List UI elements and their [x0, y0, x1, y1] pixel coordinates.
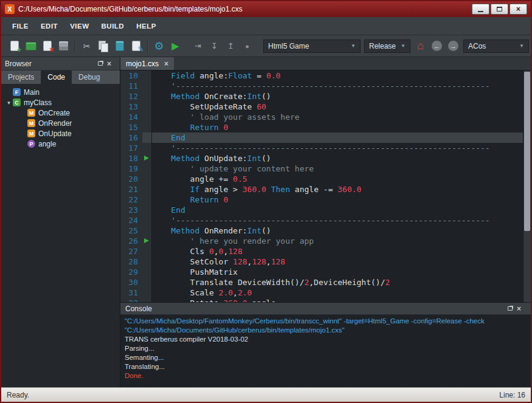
tree-item-onupdate[interactable]: MOnUpdate [1, 128, 120, 139]
find-in-files-button[interactable] [128, 38, 144, 54]
float-console-icon[interactable] [508, 306, 513, 311]
step-over-button[interactable]: ⇥ [190, 38, 206, 54]
editor-scrollbar[interactable] [523, 71, 531, 302]
scrollbar-thumb[interactable] [524, 72, 530, 231]
step-out-button[interactable]: ↥ [223, 38, 239, 54]
code-text: End [152, 133, 523, 143]
browser-tab-debug[interactable]: Debug [72, 71, 106, 84]
tree-item-main[interactable]: FMain [1, 87, 120, 97]
code-line-30[interactable]: 30 Translate DeviceWidth()/2,DeviceHeigh… [120, 277, 523, 288]
code-segment: ' update your content here [152, 164, 314, 173]
code-line-24[interactable]: 24 '------------------------------------… [120, 215, 523, 226]
code-line-27[interactable]: 27 Cls 0,0,128 [120, 246, 523, 257]
build-settings-button[interactable]: ⚙ [151, 38, 167, 54]
menu-help[interactable]: HELP [130, 19, 162, 33]
code-line-21[interactable]: 21 If angle > 360.0 Then angle -= 360.0 [120, 184, 523, 195]
window-title: C:/Users/Micha/Documents/GitHub/cerberus… [18, 5, 468, 13]
code-line-29[interactable]: 29 PushMatrix [120, 267, 523, 277]
code-text: ' load your assets here [152, 112, 523, 122]
tree-item-oncreate[interactable]: MOnCreate [1, 108, 120, 118]
code-segment: Method [171, 226, 199, 235]
editor[interactable]: 10 Field angle:Float = 0.011 '----------… [120, 71, 531, 302]
code-segment: Field [171, 71, 195, 80]
code-line-23[interactable]: 23 End [120, 205, 523, 215]
code-text: Scale 2.0,2.0 [152, 288, 523, 298]
close-button[interactable]: × [510, 4, 527, 15]
copy-button[interactable] [95, 38, 111, 54]
step-in-button[interactable]: ↧ [206, 38, 223, 54]
chevron-down-icon[interactable]: ▾ [5, 100, 13, 106]
m-badge-icon: M [27, 129, 35, 137]
menu-file[interactable]: FILE [6, 19, 35, 33]
close-file-button[interactable] [39, 38, 55, 54]
new-file-button[interactable] [6, 38, 22, 54]
home-button[interactable]: ⌂ [412, 38, 429, 54]
code-line-25[interactable]: 25 Method OnRender:Int() [120, 226, 523, 236]
code-line-14[interactable]: 14 ' load your assets here [120, 112, 523, 122]
menu-build[interactable]: BUILD [95, 19, 131, 33]
console-output: "C:/Users/Micha/Desktop/FantomMonkey/Cer… [120, 315, 531, 387]
code-line-12[interactable]: 12 Method OnCreate:Int() [120, 91, 523, 102]
code-text: Cls 0,0,128 [152, 246, 523, 257]
browser-tab-projects[interactable]: Projects [1, 71, 41, 84]
close-console-icon[interactable]: × [517, 305, 521, 312]
menu-edit[interactable]: EDIT [35, 19, 64, 33]
tree-item-onrender[interactable]: MOnRender [1, 118, 120, 128]
maximize-button[interactable] [491, 4, 508, 15]
gutter-marker-cell [142, 184, 152, 195]
gutter-marker-cell [142, 71, 152, 81]
page-pencil-icon [132, 41, 140, 51]
tree-item-label: Main [24, 88, 40, 97]
open-file-button[interactable] [22, 38, 39, 54]
browser-tab-code[interactable]: Code [41, 71, 72, 84]
code-text: Field angle:Float = 0.0 [152, 71, 523, 81]
code-line-10[interactable]: 10 Field angle:Float = 0.0 [120, 71, 523, 81]
code-line-17[interactable]: 17 '------------------------------------… [120, 143, 523, 153]
code-segment: () [261, 154, 271, 163]
code-line-31[interactable]: 31 Scale 2.0,2.0 [120, 288, 523, 298]
code-text: SetColor 128,128,128 [152, 257, 523, 267]
code-line-15[interactable]: 15 Return 0 [120, 122, 523, 133]
config-select[interactable]: Release▼ [364, 40, 410, 53]
code-line-19[interactable]: 19 ' update your content here [120, 164, 523, 174]
code-line-22[interactable]: 22 Return 0 [120, 195, 523, 205]
code-text: Method OnUpdate:Int() [152, 153, 523, 164]
float-panel-icon[interactable] [98, 61, 103, 66]
code-line-16[interactable]: 16 End [120, 133, 523, 143]
tree-item-angle[interactable]: Pangle [1, 139, 120, 149]
forward-button[interactable]: → [445, 38, 461, 54]
stop-button[interactable]: ● [239, 38, 255, 54]
status-message: Ready. [7, 391, 29, 399]
code-segment: Float [228, 71, 252, 80]
code-line-26[interactable]: 26 ' here you render your app [120, 236, 523, 246]
code-line-11[interactable]: 11 '------------------------------------… [120, 81, 523, 91]
cut-button[interactable]: ✂ [78, 38, 95, 54]
code-segment: = [252, 71, 266, 80]
target-select[interactable]: Html5 Game▼ [263, 40, 361, 53]
line-number: 15 [120, 122, 142, 133]
menu-view[interactable]: VIEW [64, 19, 95, 33]
close-tab-icon[interactable]: × [164, 60, 168, 68]
code-line-20[interactable]: 20 angle += 0.5 [120, 174, 523, 184]
titlebar[interactable]: X C:/Users/Micha/Documents/GitHub/cerber… [1, 1, 531, 17]
code-line-32[interactable]: 32 Rotate 360.0-angle [120, 298, 523, 302]
function-select[interactable]: ACos▼ [463, 40, 529, 53]
console-line: TRANS cerberus compiler V2018-03-02 [125, 335, 527, 344]
code-line-28[interactable]: 28 SetColor 128,128,128 [120, 257, 523, 267]
line-number: 14 [120, 112, 142, 122]
minimize-button[interactable] [472, 4, 489, 15]
home-icon: ⌂ [417, 40, 424, 52]
tab-mojo1[interactable]: mojo1.cxs × [120, 57, 174, 70]
close-panel-icon[interactable]: × [107, 60, 111, 67]
tree-item-label: OnUpdate [38, 129, 72, 138]
config-select-value: Release [369, 42, 396, 50]
back-button[interactable]: ← [429, 38, 445, 54]
build-run-button[interactable]: ▶ [167, 38, 184, 54]
green-arrow-icon [144, 156, 149, 160]
paste-button[interactable] [111, 38, 128, 54]
save-file-button[interactable] [55, 38, 72, 54]
tree-item-myclass[interactable]: ▾CmyClass [1, 97, 120, 108]
code-line-13[interactable]: 13 SetUpdateRate 60 [120, 102, 523, 112]
code-segment: Method [171, 154, 199, 163]
code-line-18[interactable]: 18 Method OnUpdate:Int() [120, 153, 523, 164]
